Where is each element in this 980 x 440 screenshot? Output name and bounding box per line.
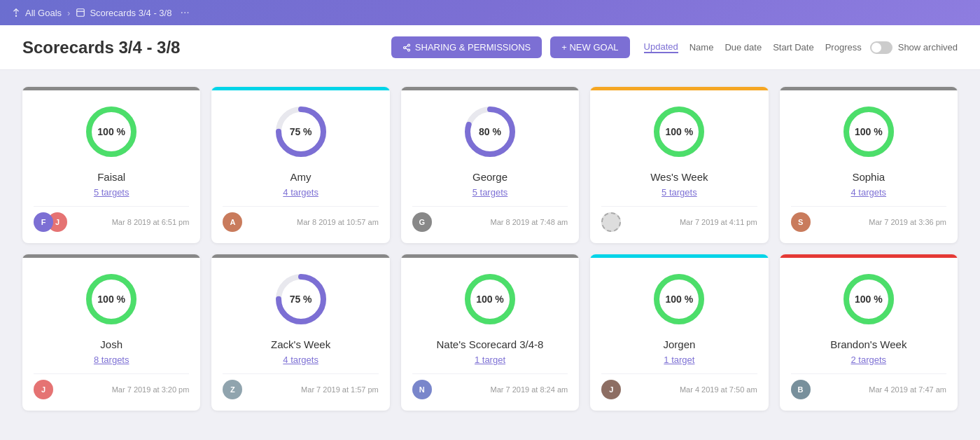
progress-circle: 100 % (462, 271, 518, 327)
progress-percent: 100 % (666, 126, 694, 137)
svg-point-0 (15, 15, 16, 16)
progress-circle: 75 % (273, 271, 329, 327)
card-footer: J Mar 4 2019 at 7:50 am (601, 373, 757, 399)
card-targets[interactable]: 8 targets (94, 355, 130, 365)
card-name: Faisal (97, 171, 125, 183)
card-date: Mar 7 2019 at 1:57 pm (301, 385, 379, 394)
progress-circle: 100 % (651, 104, 707, 160)
top-navigation: All Goals › Scorecards 3/4 - 3/8 ··· (0, 0, 980, 25)
card-targets[interactable]: 1 target (664, 355, 694, 365)
card-targets[interactable]: 4 targets (850, 187, 886, 198)
nav-more-options[interactable]: ··· (180, 6, 189, 19)
progress-percent: 75 % (290, 294, 312, 305)
card-name: Wes's Week (650, 171, 708, 183)
card-date: Mar 7 2019 at 8:24 am (491, 385, 568, 394)
avatar: J (34, 380, 53, 399)
card-targets[interactable]: 5 targets (94, 187, 130, 198)
card-name: Zack's Week (271, 338, 330, 350)
card-date: Mar 7 2019 at 3:36 pm (869, 218, 946, 226)
card-top-bar (590, 254, 768, 258)
sort-progress[interactable]: Progress (825, 42, 862, 53)
card-name: Jorgen (663, 338, 695, 350)
progress-percent: 80 % (479, 126, 501, 137)
scorecard-card[interactable]: 100 % Sophia 4 targets S Mar 7 2019 at 3… (780, 87, 958, 243)
progress-circle: 100 % (841, 271, 897, 327)
scorecard-card[interactable]: 100 % Nate's Scorecard 3/4-8 1 target N … (401, 254, 579, 411)
progress-percent: 75 % (290, 126, 312, 137)
avatar: J (601, 380, 621, 399)
card-name: George (472, 171, 507, 183)
nav-separator: › (67, 8, 70, 18)
page-title: Scorecards 3/4 - 3/8 (22, 38, 383, 57)
scorecard-card[interactable]: 100 % Faisal 5 targets F J Mar 8 2019 at… (22, 87, 200, 243)
card-targets[interactable]: 1 target (475, 355, 505, 365)
header-bar: Scorecards 3/4 - 3/8 SHARING & PERMISSIO… (0, 25, 980, 70)
avatar: N (412, 380, 432, 399)
show-archived-label: Show archived (898, 42, 958, 53)
scorecard-card[interactable]: 80 % George 5 targets G Mar 8 2019 at 7:… (401, 87, 579, 243)
new-goal-button[interactable]: + NEW GOAL (550, 36, 629, 58)
scorecard-card[interactable]: 100 % Josh 8 targets J Mar 7 2019 at 3:2… (22, 254, 200, 411)
progress-circle: 100 % (841, 104, 897, 160)
card-date: Mar 8 2019 at 7:48 am (491, 218, 568, 226)
show-archived-toggle-container: Show archived (870, 41, 958, 54)
card-footer: Mar 7 2019 at 4:11 pm (601, 206, 757, 232)
nav-all-goals[interactable]: All Goals (11, 8, 62, 18)
card-top-bar (22, 254, 200, 258)
avatar: Z (223, 380, 242, 399)
avatar: S (791, 212, 811, 232)
scorecard-card[interactable]: 75 % Zack's Week 4 targets Z Mar 7 2019 … (211, 254, 389, 411)
scorecard-card[interactable]: 100 % Brandon's Week 2 targets B Mar 4 2… (780, 254, 958, 411)
card-top-bar (211, 254, 389, 258)
card-name: Brandon's Week (830, 338, 906, 350)
progress-percent: 100 % (97, 126, 125, 137)
card-footer: F J Mar 8 2019 at 6:51 pm (34, 206, 189, 232)
card-top-bar (22, 87, 200, 90)
progress-percent: 100 % (855, 294, 883, 305)
card-footer: G Mar 8 2019 at 7:48 am (412, 206, 568, 232)
card-date: Mar 4 2019 at 7:50 am (680, 385, 757, 394)
card-name: Sophia (852, 171, 885, 183)
sort-start-date[interactable]: Start Date (773, 42, 814, 53)
avatar: F J (34, 212, 67, 232)
sharing-permissions-button[interactable]: SHARING & PERMISSIONS (391, 36, 542, 58)
card-targets[interactable]: 2 targets (850, 355, 886, 365)
card-name: Josh (100, 338, 122, 350)
cards-grid: 100 % Faisal 5 targets F J Mar 8 2019 at… (0, 70, 980, 427)
progress-percent: 100 % (476, 294, 504, 305)
svg-point-4 (407, 49, 410, 51)
card-targets[interactable]: 5 targets (662, 187, 697, 198)
card-footer: S Mar 7 2019 at 3:36 pm (791, 206, 946, 232)
avatar: A (223, 212, 242, 232)
scorecard-card[interactable]: 100 % Wes's Week 5 targets Mar 7 2019 at… (590, 87, 768, 243)
card-footer: B Mar 4 2019 at 7:47 am (791, 373, 946, 399)
progress-circle: 75 % (273, 104, 329, 160)
scorecard-card[interactable]: 100 % Jorgen 1 target J Mar 4 2019 at 7:… (590, 254, 768, 411)
nav-scorecard[interactable]: Scorecards 3/4 - 3/8 (76, 8, 172, 18)
card-footer: J Mar 7 2019 at 3:20 pm (34, 373, 189, 399)
progress-percent: 100 % (97, 294, 125, 305)
card-name: Nate's Scorecard 3/4-8 (437, 338, 544, 350)
progress-circle: 100 % (83, 271, 139, 327)
progress-percent: 100 % (855, 126, 883, 137)
card-targets[interactable]: 4 targets (283, 355, 318, 365)
card-targets[interactable]: 4 targets (283, 187, 318, 198)
avatar: G (412, 212, 432, 232)
avatar (601, 212, 621, 232)
card-date: Mar 4 2019 at 7:47 am (869, 385, 946, 394)
card-targets[interactable]: 5 targets (472, 187, 508, 198)
sort-options: Updated Name Due date Start Date Progres… (644, 41, 862, 53)
svg-point-2 (407, 44, 410, 46)
show-archived-toggle[interactable] (870, 41, 892, 54)
sort-updated[interactable]: Updated (644, 41, 678, 53)
sort-name[interactable]: Name (690, 42, 714, 53)
progress-circle: 80 % (462, 104, 518, 160)
card-top-bar (780, 254, 958, 258)
card-date: Mar 7 2019 at 4:11 pm (680, 218, 757, 226)
avatar: B (791, 380, 811, 399)
scorecard-card[interactable]: 75 % Amy 4 targets A Mar 8 2019 at 10:57… (211, 87, 389, 243)
svg-rect-1 (77, 9, 85, 17)
card-date: Mar 8 2019 at 6:51 pm (112, 218, 190, 226)
sort-due-date[interactable]: Due date (724, 42, 762, 53)
progress-circle: 100 % (83, 104, 139, 160)
